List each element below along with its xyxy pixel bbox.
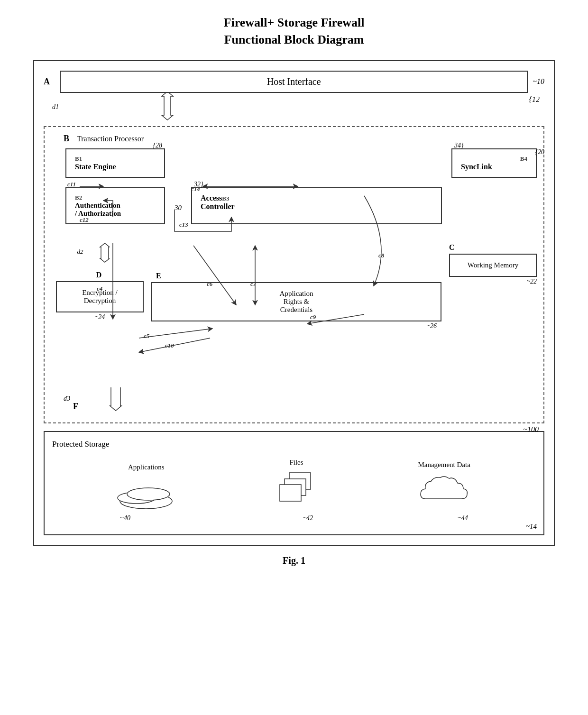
c10-label: c10 xyxy=(165,342,174,349)
b-row3: d2 D Encryption / Decryption ~24 E xyxy=(56,243,537,330)
c-section: C Working Memory ~22 xyxy=(449,243,537,285)
svg-marker-0 xyxy=(162,93,173,120)
d3-arrow-area: d3 F xyxy=(73,387,537,416)
e-section: E Application Rights & Credentials ~26 xyxy=(151,272,441,330)
ref-28: {28 xyxy=(153,142,162,149)
storage-items: Applications ~40 Files ~42 xyxy=(52,454,536,527)
ref-26: ~26 xyxy=(426,322,437,330)
section-a: A Host Interface ~10 xyxy=(44,71,544,93)
section-a-label: A xyxy=(44,77,53,87)
svg-marker-7 xyxy=(110,387,121,411)
applications-icon xyxy=(115,475,177,511)
c5-label: c5 xyxy=(144,332,150,339)
applications-item: Applications ~40 xyxy=(115,463,177,522)
fig-caption: Fig. 1 xyxy=(283,555,305,566)
protected-storage-label: Protected Storage xyxy=(52,440,536,449)
ref-22: ~22 xyxy=(526,278,537,285)
applications-label: Applications xyxy=(128,463,165,471)
svg-marker-1 xyxy=(100,243,110,262)
b3-name2: Controller xyxy=(201,202,432,211)
b1-state-engine: {28 B1 State Engine xyxy=(65,148,165,178)
ref-30: 30 xyxy=(175,187,182,224)
b-diagram: {28 B1 State Engine 34} {20 B4 SyncLink xyxy=(51,148,537,385)
d2-label: d2 xyxy=(77,248,83,256)
ref-12: {12 xyxy=(529,95,540,104)
section-b-label: B xyxy=(64,134,73,144)
b4-synclink: 34} {20 B4 SyncLink xyxy=(451,148,537,178)
outer-container: A Host Interface ~10 d1 {12 B Tran xyxy=(33,60,555,546)
b2-label: B2 xyxy=(75,194,156,202)
d2-arrow-svg xyxy=(91,243,110,267)
files-item: Files ~42 xyxy=(275,458,318,522)
ref-32: 32} xyxy=(194,181,203,188)
section-f: ~100 Protected Storage Applications ~40 … xyxy=(44,431,544,535)
ref-44: ~44 xyxy=(458,514,468,522)
c11-label: c11 xyxy=(67,181,76,188)
management-data-label: Management Data xyxy=(418,461,470,469)
b4-label: B4 xyxy=(461,155,527,163)
b-header: B Transaction Processor xyxy=(64,134,537,144)
b3-name: AccessB3 xyxy=(201,194,432,202)
diagram-title: Firewall+ Storage Firewall Functional Bl… xyxy=(224,14,365,49)
files-label: Files xyxy=(289,458,303,467)
d2-arrows: d2 xyxy=(91,243,110,269)
svg-rect-13 xyxy=(280,485,301,501)
ref-20-marker: {20 xyxy=(535,148,544,156)
d-label-row: D xyxy=(96,271,104,279)
working-memory-box: Working Memory xyxy=(449,254,537,277)
ref-10: ~10 xyxy=(533,77,544,86)
encryption-box: Encryption / Decryption xyxy=(56,281,144,312)
ref-40: ~40 xyxy=(120,514,130,522)
ref-34: 34} xyxy=(454,142,464,149)
section-b: B Transaction Processor {28 B1 State Eng… xyxy=(44,126,544,423)
d-section: d2 D Encryption / Decryption ~24 xyxy=(56,243,144,321)
b2-auth: B2 Authentication / Authorization xyxy=(65,187,165,224)
b-row1: {28 B1 State Engine 34} {20 B4 SyncLink xyxy=(65,148,537,178)
management-data-item: Management Data ~44 xyxy=(416,461,473,522)
ref-24: ~24 xyxy=(95,313,105,321)
transaction-processor-label: Transaction Processor xyxy=(77,135,144,143)
management-data-icon xyxy=(416,473,473,511)
b3-label: B3 xyxy=(222,195,229,202)
section-e-label: E xyxy=(156,272,161,280)
d1-arrow-area: d1 {12 xyxy=(61,93,544,126)
d1-arrow-svg xyxy=(146,93,175,126)
b1-label: B1 xyxy=(75,155,156,163)
svg-line-4 xyxy=(139,329,212,338)
b3-access-controller: 32} AccessB3 Controller xyxy=(191,187,442,224)
d1-label: d1 xyxy=(52,103,59,111)
d3-label: d3 xyxy=(64,395,70,403)
app-rights-box: Application Rights & Credentials xyxy=(151,282,441,321)
b4-name: SyncLink xyxy=(461,163,527,171)
b2-name: Authentication / Authorization xyxy=(75,202,156,218)
ref-14: ~14 xyxy=(526,522,537,531)
b1-name: State Engine xyxy=(75,163,156,171)
svg-point-10 xyxy=(127,488,170,500)
ref-42: ~42 xyxy=(303,514,313,522)
files-icon xyxy=(275,470,318,511)
section-f-label: F xyxy=(73,402,78,412)
ref-100: ~100 xyxy=(523,425,539,434)
section-c-label: C xyxy=(449,243,455,252)
host-interface-box: Host Interface xyxy=(60,71,528,93)
b-row2: B2 Authentication / Authorization 30 32}… xyxy=(65,187,537,224)
d3-arrow-svg xyxy=(97,387,125,413)
section-d-label: D xyxy=(96,271,102,279)
